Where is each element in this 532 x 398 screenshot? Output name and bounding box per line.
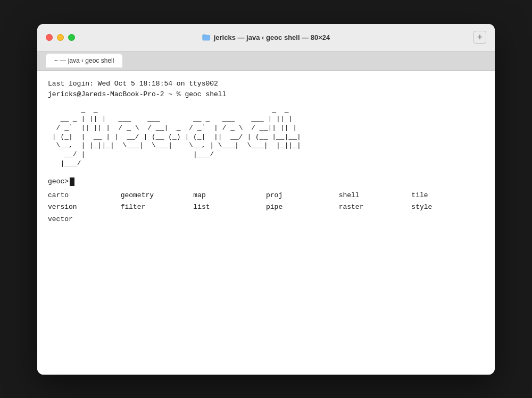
cmd-map: map	[193, 191, 266, 200]
cmd-proj: proj	[266, 191, 339, 200]
prompt-line: jericks@Jareds-MacBook-Pro-2 ~ % geoc sh…	[48, 90, 484, 99]
folder-icon	[202, 33, 211, 41]
traffic-lights	[46, 34, 75, 41]
new-tab-button[interactable]: +	[473, 31, 486, 44]
titlebar: jericks — java ‹ geoc shell — 80×24 +	[37, 24, 495, 52]
cmd-geometry: geometry	[121, 191, 194, 200]
maximize-button[interactable]	[68, 34, 75, 41]
cmd-vector: vector	[48, 215, 121, 224]
titlebar-title: jericks — java ‹ geoc shell — 80×24	[202, 33, 330, 41]
active-tab[interactable]: ~ — java ‹ geoc shell	[46, 54, 122, 67]
cursor	[70, 177, 74, 186]
cmd-pipe: pipe	[266, 202, 339, 212]
geoc-prompt-line: geoc>	[48, 177, 484, 187]
ascii-art-logo: _ _ _ _ __ _ | || | ___ ___ __ _ ___ ___…	[48, 106, 484, 168]
window-title: jericks — java ‹ geoc shell — 80×24	[214, 33, 330, 41]
cmd-list: list	[193, 202, 266, 212]
cmd-carto: carto	[48, 191, 121, 200]
cmd-style: style	[411, 202, 484, 212]
cmd-tile: tile	[411, 191, 484, 200]
login-line: Last login: Wed Oct 5 18:18:54 on ttys00…	[48, 79, 484, 89]
geoc-prompt-text: geoc>	[48, 177, 69, 187]
commands-grid: carto geometry map proj shell tile versi…	[48, 191, 484, 224]
tab-bar: ~ — java ‹ geoc shell	[37, 52, 495, 71]
tab-label: ~ — java ‹ geoc shell	[54, 57, 114, 64]
terminal-body[interactable]: Last login: Wed Oct 5 18:18:54 on ttys00…	[37, 71, 495, 375]
cmd-version: version	[48, 202, 121, 212]
terminal-window: jericks — java ‹ geoc shell — 80×24 + ~ …	[37, 24, 495, 375]
svg-rect-1	[203, 35, 206, 36]
cmd-shell: shell	[339, 191, 412, 200]
minimize-button[interactable]	[57, 34, 64, 41]
cmd-filter: filter	[121, 202, 194, 212]
close-button[interactable]	[46, 34, 53, 41]
cmd-raster: raster	[339, 202, 412, 212]
